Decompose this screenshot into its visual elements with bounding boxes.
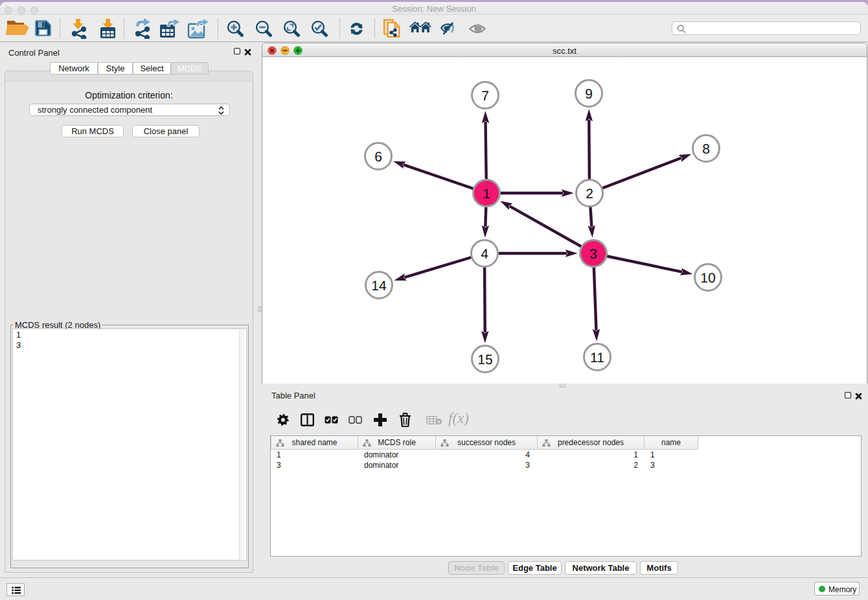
svg-text:10: 10 — [700, 270, 715, 285]
svg-text:6: 6 — [374, 149, 382, 164]
svg-text:11: 11 — [590, 350, 604, 365]
svg-text:3: 3 — [589, 246, 597, 261]
svg-text:7: 7 — [481, 88, 489, 103]
svg-text:9: 9 — [585, 86, 593, 101]
svg-text:1: 1 — [483, 186, 490, 201]
svg-text:2: 2 — [586, 186, 593, 201]
svg-text:4: 4 — [481, 246, 488, 261]
svg-text:15: 15 — [477, 352, 492, 367]
svg-text:14: 14 — [371, 278, 387, 293]
svg-text:8: 8 — [702, 141, 710, 156]
